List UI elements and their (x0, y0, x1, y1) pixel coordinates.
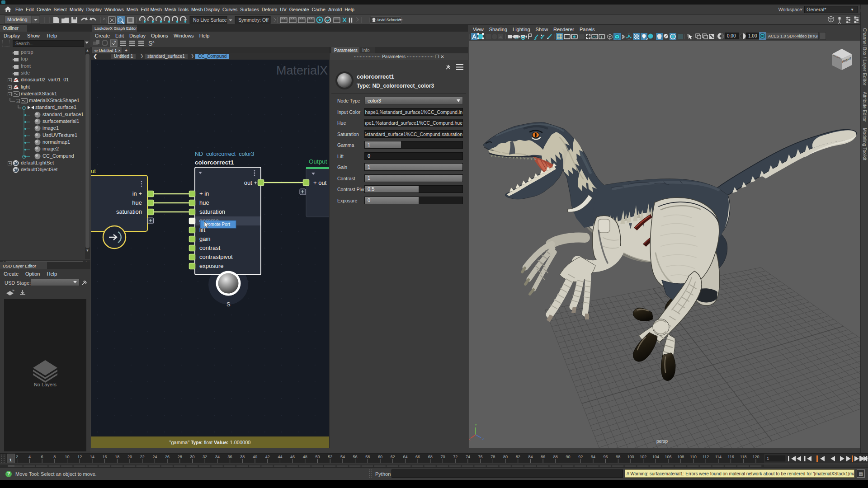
svg-text:80: 80 (503, 455, 508, 459)
svg-text:in +: in + (132, 190, 142, 197)
svg-text:14: 14 (90, 455, 94, 459)
svg-text:colorcorrect1: colorcorrect1 (195, 159, 234, 166)
svg-text:Symmetry: Off: Symmetry: Off (238, 17, 269, 23)
svg-text:30: 30 (190, 455, 194, 459)
svg-text:18: 18 (115, 455, 119, 459)
svg-text:100: 100 (627, 455, 634, 459)
svg-text:68: 68 (428, 455, 433, 459)
svg-text:104: 104 (652, 455, 659, 459)
svg-text:82: 82 (516, 455, 520, 459)
svg-text:28: 28 (178, 455, 182, 459)
svg-text:1: 1 (9, 458, 12, 462)
svg-text:10: 10 (65, 455, 69, 459)
svg-text:No Live Surface: No Live Surface (193, 17, 227, 23)
svg-text:94: 94 (591, 455, 595, 459)
svg-text:48: 48 (303, 455, 307, 459)
svg-text:36: 36 (228, 455, 232, 459)
svg-text:118: 118 (740, 455, 746, 459)
svg-text:16: 16 (103, 455, 107, 459)
svg-text:108: 108 (677, 455, 684, 459)
svg-text:x: x (152, 39, 155, 44)
svg-text:saturation: saturation (116, 208, 142, 215)
svg-text:exposure: exposure (199, 263, 223, 269)
svg-text:86: 86 (541, 455, 545, 459)
svg-text:66: 66 (415, 455, 420, 459)
svg-text:gain: gain (199, 235, 211, 242)
svg-text:12: 12 (77, 455, 82, 459)
svg-text:+: + (114, 39, 116, 43)
svg-text:58: 58 (365, 455, 370, 459)
svg-text:110: 110 (690, 455, 696, 459)
svg-text:1: 1 (767, 456, 769, 461)
svg-text:+ in: + in (199, 190, 209, 197)
svg-text:46: 46 (290, 455, 295, 459)
svg-text:102: 102 (640, 455, 646, 459)
svg-text:Z: Z (482, 437, 484, 441)
svg-text:90: 90 (566, 455, 570, 459)
svg-text:92: 92 (578, 455, 583, 459)
svg-text:78: 78 (491, 455, 495, 459)
svg-text:ND_colorcorrect_color3: ND_colorcorrect_color3 (195, 151, 254, 157)
svg-text:106: 106 (665, 455, 672, 459)
svg-text:22: 22 (140, 455, 145, 459)
svg-text:4: 4 (28, 455, 31, 459)
svg-text:88: 88 (553, 455, 558, 459)
svg-text:Y: Y (475, 423, 477, 427)
svg-text:saturation: saturation (199, 208, 225, 215)
svg-text:out +: out + (244, 179, 257, 186)
svg-text:Output: Output (309, 158, 327, 165)
svg-text:Modeling: Modeling (7, 17, 28, 22)
svg-text:64: 64 (403, 455, 407, 459)
svg-text:hue: hue (132, 199, 142, 206)
svg-text:Arvid Schneide: Arvid Schneide (377, 18, 402, 22)
svg-text:114: 114 (715, 455, 722, 459)
svg-text:26: 26 (165, 455, 170, 459)
svg-text:96: 96 (604, 455, 608, 459)
svg-text:52: 52 (328, 455, 332, 459)
svg-text:+ out: + out (313, 179, 327, 186)
svg-text:54: 54 (340, 455, 345, 459)
svg-text:6: 6 (41, 455, 43, 459)
svg-text:60: 60 (378, 455, 382, 459)
svg-text:T: T (600, 35, 603, 39)
svg-text:+: + (13, 289, 15, 293)
svg-text:32: 32 (203, 455, 207, 459)
svg-text:98: 98 (616, 455, 620, 459)
svg-text:20: 20 (127, 455, 132, 459)
svg-text:40: 40 (253, 455, 257, 459)
svg-text:70: 70 (440, 455, 445, 459)
svg-text:2: 2 (16, 455, 18, 459)
svg-text:112: 112 (703, 455, 709, 459)
svg-text:50: 50 (315, 455, 320, 459)
svg-text:120: 120 (752, 455, 759, 459)
svg-text:42: 42 (265, 455, 270, 459)
svg-text:hue: hue (199, 199, 209, 206)
svg-text:24: 24 (152, 455, 157, 459)
svg-text:76: 76 (478, 455, 483, 459)
svg-text:S: S (148, 40, 152, 47)
svg-text:MaterialX: MaterialX (276, 64, 328, 77)
svg-text:34: 34 (215, 455, 220, 459)
svg-text:72: 72 (453, 455, 458, 459)
svg-text:116: 116 (727, 455, 734, 459)
svg-text:contrast: contrast (199, 244, 221, 251)
svg-text:contrastpivot: contrastpivot (199, 253, 233, 260)
svg-text:persp: persp (656, 439, 668, 444)
svg-text:ut: ut (91, 168, 96, 174)
svg-text:44: 44 (278, 455, 282, 459)
svg-text:8: 8 (53, 455, 56, 459)
svg-text:62: 62 (391, 455, 395, 459)
svg-text:56: 56 (353, 455, 358, 459)
svg-text:38: 38 (240, 455, 245, 459)
svg-text:b: b (515, 36, 518, 40)
svg-text:74: 74 (466, 455, 470, 459)
svg-text:S: S (226, 301, 231, 308)
svg-text:84: 84 (528, 455, 533, 459)
